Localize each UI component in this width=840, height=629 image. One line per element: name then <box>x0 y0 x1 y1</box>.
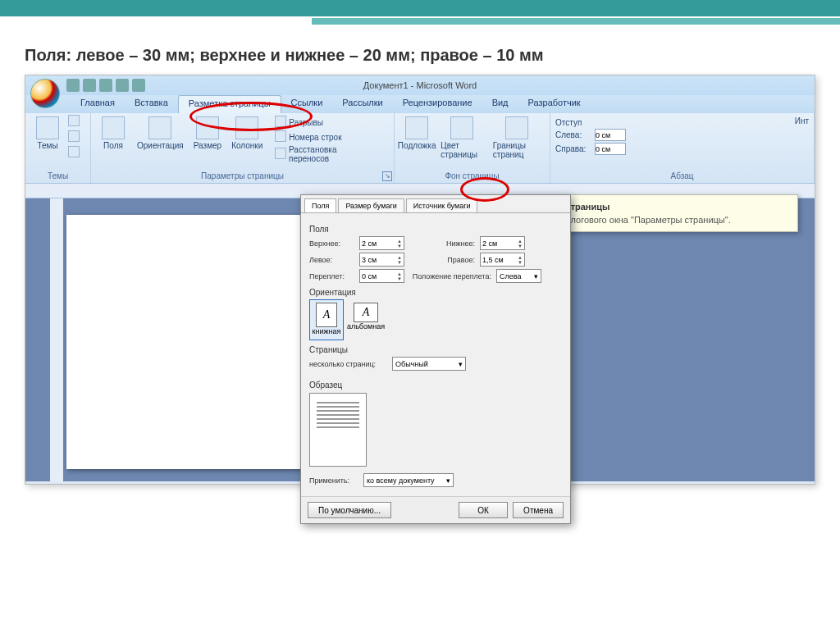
margins-icon <box>102 116 125 139</box>
word-titlebar: Документ1 - Microsoft Word <box>25 75 815 95</box>
sel-gutterpos[interactable]: Слева▾ <box>496 269 541 283</box>
indent-left-input[interactable] <box>595 129 626 141</box>
quick-access-toolbar <box>66 79 145 92</box>
linenum-icon <box>275 130 286 142</box>
margins-button[interactable]: Поля <box>96 115 130 152</box>
qat-save-icon[interactable] <box>66 79 80 92</box>
qat-preview-icon[interactable] <box>132 79 145 92</box>
tab-layout[interactable]: Разметка страницы <box>178 95 281 113</box>
themes-label: Темы <box>37 141 57 150</box>
borders-icon <box>505 116 528 139</box>
indent-left-label: Слева: <box>555 130 592 139</box>
tab-developer[interactable]: Разработчик <box>518 95 591 113</box>
preview-box <box>309 393 367 467</box>
size-button[interactable]: Размер <box>190 115 225 152</box>
slide-title: Поля: левое – 30 мм; верхнее и нижнее – … <box>0 30 840 75</box>
dlg-section-pages: Страницы <box>309 345 562 354</box>
breaks-button[interactable]: Разрывы <box>272 115 379 130</box>
qat-print-icon[interactable] <box>116 79 129 92</box>
lbl-top: Верхнее: <box>309 239 354 248</box>
watermark-icon <box>405 116 428 139</box>
columns-button[interactable]: Колонки <box>228 115 266 152</box>
group-page-setup: Поля Ориентация Размер Колонки Разрывы Н… <box>91 113 395 183</box>
indent-right-input[interactable] <box>595 143 626 155</box>
dlg-section-orient: Ориентация <box>309 288 562 297</box>
pagecolor-icon <box>450 116 473 139</box>
pagesetup-launcher[interactable]: ↘ <box>382 171 392 181</box>
lbl-right: Правое: <box>409 256 475 264</box>
pagecolor-button[interactable]: Цвет страницы <box>437 115 486 161</box>
tab-review[interactable]: Рецензирование <box>393 95 482 113</box>
inp-left[interactable]: 3 см▲▼ <box>359 253 404 267</box>
slide-topbar <box>0 0 840 30</box>
qat-redo-icon[interactable] <box>99 79 112 92</box>
dialog-tabs: Поля Размер бумаги Источник бумаги <box>301 195 570 212</box>
tab-view[interactable]: Вид <box>482 95 518 113</box>
spacing-heading: Инт <box>795 116 809 125</box>
btn-defaults[interactable]: По умолчанию... <box>308 502 391 518</box>
document-page[interactable] <box>66 215 329 469</box>
group-para-label: Абзац <box>555 171 809 181</box>
breaks-icon <box>275 116 286 127</box>
group-pagebg-label: Фон страницы <box>399 171 545 181</box>
theme-fonts-icon[interactable] <box>68 130 80 142</box>
tab-insert[interactable]: Вставка <box>125 95 178 113</box>
dlg-tab-margins[interactable]: Поля <box>304 198 336 212</box>
linenumbers-button[interactable]: Номера строк <box>272 130 379 144</box>
lbl-multi: несколько страниц: <box>309 360 387 368</box>
lbl-gutterpos: Положение переплета: <box>409 272 491 280</box>
group-paragraph: Отступ Слева: Справа: Абзац Инт <box>550 113 815 183</box>
inp-gutter[interactable]: 0 см▲▼ <box>359 269 404 283</box>
dlg-section-margins: Поля <box>309 225 562 234</box>
btn-cancel[interactable]: Отмена <box>513 502 564 518</box>
word-screenshot: Документ1 - Microsoft Word Главная Встав… <box>25 75 815 485</box>
page-setup-dialog: Поля Размер бумаги Источник бумаги Поля … <box>300 194 571 524</box>
tab-references[interactable]: Ссылки <box>281 95 333 113</box>
landscape-icon: A <box>354 303 378 322</box>
dlg-tab-paper[interactable]: Размер бумаги <box>338 198 404 212</box>
tab-home[interactable]: Главная <box>71 95 125 113</box>
dlg-tab-source[interactable]: Источник бумаги <box>406 198 478 212</box>
btn-ok[interactable]: ОК <box>459 502 508 518</box>
tab-mailings[interactable]: Рассылки <box>332 95 392 113</box>
group-themes: Темы Темы <box>25 113 91 183</box>
lbl-left: Левое: <box>309 256 354 264</box>
size-icon <box>196 116 219 139</box>
group-themes-label: Темы <box>30 171 85 181</box>
lbl-apply: Применить: <box>309 476 358 485</box>
orient-portrait[interactable]: A книжная <box>309 299 344 340</box>
group-pagesetup-label: Параметры страницы <box>96 171 389 181</box>
indent-heading: Отступ <box>555 118 582 127</box>
inp-top[interactable]: 2 см▲▼ <box>359 236 404 250</box>
lbl-gutter: Переплет: <box>309 272 354 280</box>
vertical-ruler[interactable] <box>50 198 63 481</box>
sel-multi[interactable]: Обычный▾ <box>392 357 466 371</box>
sel-apply[interactable]: ко всему документу▾ <box>363 473 454 487</box>
inp-right[interactable]: 1,5 см▲▼ <box>480 253 525 267</box>
borders-button[interactable]: Границы страниц <box>490 115 545 161</box>
hyphenation-button[interactable]: Расстановка переносов <box>272 144 379 164</box>
hyphen-icon <box>275 148 286 159</box>
inp-bottom[interactable]: 2 см▲▼ <box>480 236 525 250</box>
indent-right-label: Справа: <box>555 144 592 153</box>
ribbon-tabs: Главная Вставка Разметка страницы Ссылки… <box>25 95 815 113</box>
orientation-icon <box>148 116 171 139</box>
qat-undo-icon[interactable] <box>83 79 96 92</box>
theme-effects-icon[interactable] <box>68 146 80 157</box>
watermark-button[interactable]: Подложка <box>399 115 434 152</box>
themes-button[interactable]: Темы <box>30 115 65 152</box>
office-button[interactable] <box>30 79 60 108</box>
themes-icon <box>36 116 59 139</box>
group-page-background: Подложка Цвет страницы Границы страниц Ф… <box>395 113 550 183</box>
orientation-button[interactable]: Ориентация <box>134 115 187 152</box>
dlg-section-preview: Образец <box>309 381 562 390</box>
portrait-icon: A <box>316 303 337 327</box>
columns-icon <box>235 116 258 139</box>
orient-landscape[interactable]: A альбомная <box>349 299 383 340</box>
lbl-bottom: Нижнее: <box>409 239 475 248</box>
app-title: Документ1 - Microsoft Word <box>363 80 477 90</box>
ribbon-body: Темы Темы Поля Ориентация Размер Колонки… <box>25 113 815 184</box>
theme-colors-icon[interactable] <box>68 115 80 126</box>
